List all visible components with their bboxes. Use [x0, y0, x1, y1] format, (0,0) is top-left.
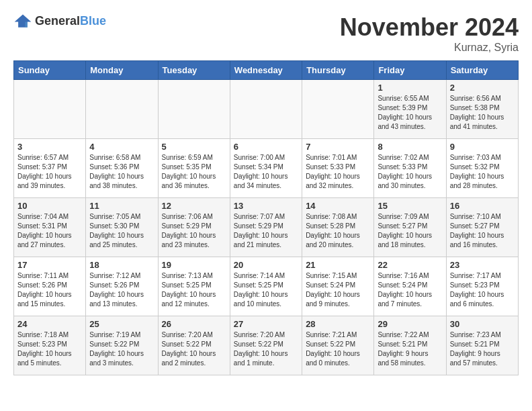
day-info: Sunrise: 7:20 AM Sunset: 5:22 PM Dayligh… — [162, 330, 226, 368]
calendar-cell: 30Sunrise: 7:23 AM Sunset: 5:21 PM Dayli… — [446, 316, 518, 375]
calendar-cell: 14Sunrise: 7:08 AM Sunset: 5:28 PM Dayli… — [302, 198, 374, 257]
day-number: 12 — [162, 201, 226, 211]
day-info: Sunrise: 7:07 AM Sunset: 5:29 PM Dayligh… — [234, 212, 298, 250]
col-monday: Monday — [86, 61, 158, 80]
day-info: Sunrise: 7:00 AM Sunset: 5:34 PM Dayligh… — [234, 153, 298, 191]
day-number: 22 — [378, 260, 442, 270]
calendar-cell — [14, 80, 86, 139]
calendar-cell: 4Sunrise: 6:58 AM Sunset: 5:36 PM Daylig… — [86, 139, 158, 198]
day-number: 1 — [378, 83, 442, 93]
calendar-cell — [230, 80, 302, 139]
calendar-cell: 9Sunrise: 7:03 AM Sunset: 5:32 PM Daylig… — [446, 139, 518, 198]
calendar-cell: 26Sunrise: 7:20 AM Sunset: 5:22 PM Dayli… — [158, 316, 230, 375]
calendar-cell: 8Sunrise: 7:02 AM Sunset: 5:33 PM Daylig… — [374, 139, 446, 198]
day-info: Sunrise: 7:16 AM Sunset: 5:24 PM Dayligh… — [378, 271, 442, 309]
calendar-cell: 19Sunrise: 7:13 AM Sunset: 5:25 PM Dayli… — [158, 257, 230, 316]
day-number: 16 — [450, 201, 515, 211]
day-info: Sunrise: 7:10 AM Sunset: 5:27 PM Dayligh… — [450, 212, 515, 250]
calendar-cell: 10Sunrise: 7:04 AM Sunset: 5:31 PM Dayli… — [14, 198, 86, 257]
day-number: 13 — [234, 201, 298, 211]
logo: GeneralBlue — [13, 13, 106, 28]
week-row-3: 10Sunrise: 7:04 AM Sunset: 5:31 PM Dayli… — [14, 198, 519, 257]
svg-marker-0 — [15, 14, 32, 27]
col-friday: Friday — [374, 61, 446, 80]
day-info: Sunrise: 6:58 AM Sunset: 5:36 PM Dayligh… — [89, 153, 154, 191]
day-number: 26 — [162, 319, 226, 329]
month-title: November 2024 — [340, 13, 519, 42]
calendar-cell: 17Sunrise: 7:11 AM Sunset: 5:26 PM Dayli… — [14, 257, 86, 316]
calendar-cell: 13Sunrise: 7:07 AM Sunset: 5:29 PM Dayli… — [230, 198, 302, 257]
calendar-cell — [86, 80, 158, 139]
day-number: 23 — [450, 260, 515, 270]
calendar-cell: 7Sunrise: 7:01 AM Sunset: 5:33 PM Daylig… — [302, 139, 374, 198]
day-info: Sunrise: 7:06 AM Sunset: 5:29 PM Dayligh… — [162, 212, 226, 250]
calendar-cell: 1Sunrise: 6:55 AM Sunset: 5:39 PM Daylig… — [374, 80, 446, 139]
week-row-1: 1Sunrise: 6:55 AM Sunset: 5:39 PM Daylig… — [14, 80, 519, 139]
calendar-cell: 5Sunrise: 6:59 AM Sunset: 5:35 PM Daylig… — [158, 139, 230, 198]
day-info: Sunrise: 7:12 AM Sunset: 5:26 PM Dayligh… — [89, 271, 154, 309]
day-number: 10 — [17, 201, 82, 211]
day-number: 20 — [234, 260, 298, 270]
day-info: Sunrise: 7:13 AM Sunset: 5:25 PM Dayligh… — [162, 271, 226, 309]
header-row: Sunday Monday Tuesday Wednesday Thursday… — [14, 61, 519, 80]
calendar-cell: 23Sunrise: 7:17 AM Sunset: 5:23 PM Dayli… — [446, 257, 518, 316]
day-info: Sunrise: 6:56 AM Sunset: 5:38 PM Dayligh… — [450, 94, 515, 132]
col-tuesday: Tuesday — [158, 61, 230, 80]
day-number: 11 — [89, 201, 154, 211]
day-number: 14 — [306, 201, 370, 211]
calendar-cell: 6Sunrise: 7:00 AM Sunset: 5:34 PM Daylig… — [230, 139, 302, 198]
calendar-cell: 24Sunrise: 7:18 AM Sunset: 5:23 PM Dayli… — [14, 316, 86, 375]
col-wednesday: Wednesday — [230, 61, 302, 80]
calendar-cell — [158, 80, 230, 139]
title-area: November 2024 Kurnaz, Syria — [340, 13, 519, 54]
week-row-5: 24Sunrise: 7:18 AM Sunset: 5:23 PM Dayli… — [14, 316, 519, 375]
col-saturday: Saturday — [446, 61, 518, 80]
day-number: 4 — [89, 142, 154, 152]
day-info: Sunrise: 6:55 AM Sunset: 5:39 PM Dayligh… — [378, 94, 442, 132]
col-thursday: Thursday — [302, 61, 374, 80]
day-info: Sunrise: 7:20 AM Sunset: 5:22 PM Dayligh… — [234, 330, 298, 368]
day-info: Sunrise: 6:59 AM Sunset: 5:35 PM Dayligh… — [162, 153, 226, 191]
day-info: Sunrise: 7:01 AM Sunset: 5:33 PM Dayligh… — [306, 153, 370, 191]
day-number: 8 — [378, 142, 442, 152]
day-info: Sunrise: 7:22 AM Sunset: 5:21 PM Dayligh… — [378, 330, 442, 368]
calendar-cell: 2Sunrise: 6:56 AM Sunset: 5:38 PM Daylig… — [446, 80, 518, 139]
general-blue-icon — [13, 13, 32, 28]
day-info: Sunrise: 7:23 AM Sunset: 5:21 PM Dayligh… — [450, 330, 515, 368]
day-number: 5 — [162, 142, 226, 152]
day-number: 7 — [306, 142, 370, 152]
calendar-cell: 15Sunrise: 7:09 AM Sunset: 5:27 PM Dayli… — [374, 198, 446, 257]
day-number: 27 — [234, 319, 298, 329]
day-number: 15 — [378, 201, 442, 211]
calendar-table: Sunday Monday Tuesday Wednesday Thursday… — [13, 60, 519, 375]
calendar-cell: 29Sunrise: 7:22 AM Sunset: 5:21 PM Dayli… — [374, 316, 446, 375]
day-number: 19 — [162, 260, 226, 270]
day-info: Sunrise: 7:21 AM Sunset: 5:22 PM Dayligh… — [306, 330, 370, 368]
logo-text: GeneralBlue — [35, 14, 106, 28]
day-number: 29 — [378, 319, 442, 329]
day-info: Sunrise: 7:08 AM Sunset: 5:28 PM Dayligh… — [306, 212, 370, 250]
page-header: GeneralBlue November 2024 Kurnaz, Syria — [13, 13, 519, 54]
calendar-cell: 28Sunrise: 7:21 AM Sunset: 5:22 PM Dayli… — [302, 316, 374, 375]
day-number: 30 — [450, 319, 515, 329]
calendar-cell: 22Sunrise: 7:16 AM Sunset: 5:24 PM Dayli… — [374, 257, 446, 316]
day-info: Sunrise: 7:14 AM Sunset: 5:25 PM Dayligh… — [234, 271, 298, 309]
calendar-cell: 12Sunrise: 7:06 AM Sunset: 5:29 PM Dayli… — [158, 198, 230, 257]
day-info: Sunrise: 7:05 AM Sunset: 5:30 PM Dayligh… — [89, 212, 154, 250]
day-number: 9 — [450, 142, 515, 152]
day-info: Sunrise: 7:19 AM Sunset: 5:22 PM Dayligh… — [89, 330, 154, 368]
day-number: 18 — [89, 260, 154, 270]
day-info: Sunrise: 7:15 AM Sunset: 5:24 PM Dayligh… — [306, 271, 370, 309]
calendar-cell: 3Sunrise: 6:57 AM Sunset: 5:37 PM Daylig… — [14, 139, 86, 198]
day-info: Sunrise: 7:04 AM Sunset: 5:31 PM Dayligh… — [17, 212, 82, 250]
calendar-cell: 16Sunrise: 7:10 AM Sunset: 5:27 PM Dayli… — [446, 198, 518, 257]
calendar-cell: 18Sunrise: 7:12 AM Sunset: 5:26 PM Dayli… — [86, 257, 158, 316]
calendar-cell: 11Sunrise: 7:05 AM Sunset: 5:30 PM Dayli… — [86, 198, 158, 257]
day-info: Sunrise: 6:57 AM Sunset: 5:37 PM Dayligh… — [17, 153, 82, 191]
calendar-cell — [302, 80, 374, 139]
day-info: Sunrise: 7:03 AM Sunset: 5:32 PM Dayligh… — [450, 153, 515, 191]
day-info: Sunrise: 7:09 AM Sunset: 5:27 PM Dayligh… — [378, 212, 442, 250]
day-info: Sunrise: 7:18 AM Sunset: 5:23 PM Dayligh… — [17, 330, 82, 368]
day-number: 3 — [17, 142, 82, 152]
calendar-cell: 25Sunrise: 7:19 AM Sunset: 5:22 PM Dayli… — [86, 316, 158, 375]
